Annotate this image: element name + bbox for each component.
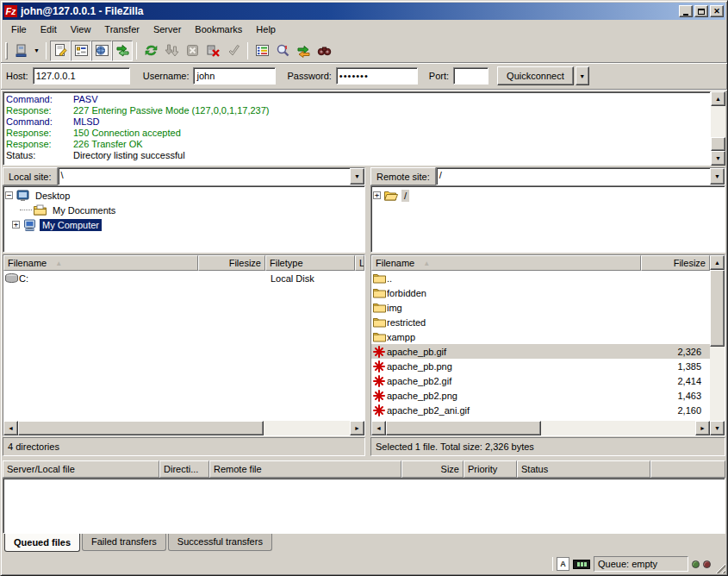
- menu-edit[interactable]: Edit: [34, 22, 64, 37]
- port-input[interactable]: [453, 67, 488, 85]
- synchronized-browsing-button[interactable]: [293, 41, 314, 61]
- refresh-button[interactable]: [140, 41, 161, 61]
- menu-bookmarks[interactable]: Bookmarks: [188, 22, 249, 37]
- tree-item-label[interactable]: My Documents: [50, 204, 118, 216]
- cancel-button[interactable]: [182, 41, 202, 61]
- scroll-right-button[interactable]: ►: [695, 421, 710, 435]
- tree-item-label-selected[interactable]: My Computer: [40, 219, 102, 231]
- reconnect-button[interactable]: [223, 41, 244, 61]
- scroll-thumb[interactable]: [18, 421, 264, 435]
- menu-help[interactable]: Help: [249, 22, 283, 37]
- remote-row-file[interactable]: apache_pb2.gif 2,414: [371, 373, 710, 388]
- local-col-filename[interactable]: Filename▲: [3, 255, 198, 271]
- remote-row-file[interactable]: apache_pb2.png 1,463: [371, 388, 710, 403]
- tab-successful-transfers[interactable]: Successful transfers: [168, 534, 272, 551]
- filter-button[interactable]: [252, 41, 272, 61]
- tree-item-label[interactable]: Desktop: [33, 190, 72, 202]
- process-queue-button[interactable]: [161, 41, 182, 61]
- remote-col-filesize[interactable]: Filesize: [641, 255, 710, 271]
- message-log-text[interactable]: Command:PASV Response:227 Entering Passi…: [3, 91, 711, 166]
- menu-view[interactable]: View: [64, 22, 98, 37]
- maximize-button[interactable]: [694, 5, 708, 17]
- minimize-button[interactable]: [679, 5, 693, 17]
- toggle-transfer-queue-button[interactable]: [112, 41, 133, 61]
- remote-site-dropdown[interactable]: ▼: [710, 168, 725, 185]
- queue-body[interactable]: [3, 478, 725, 534]
- queue-col-status[interactable]: Status: [517, 460, 650, 478]
- menu-server[interactable]: Server: [146, 22, 188, 37]
- remote-row-folder[interactable]: xampp: [371, 329, 710, 344]
- scroll-thumb[interactable]: [711, 137, 725, 151]
- queue-col-direction[interactable]: Directi...: [159, 460, 209, 478]
- remote-col-filename[interactable]: Filename▲: [371, 255, 641, 271]
- remote-row-file-selected[interactable]: apache_pb.gif 2,326: [371, 344, 710, 359]
- password-input[interactable]: [336, 67, 418, 85]
- scroll-track[interactable]: [710, 347, 725, 422]
- find-files-button[interactable]: [314, 41, 334, 61]
- remote-row-file[interactable]: apache_pb2_ani.gif 2,160: [371, 403, 710, 417]
- remote-vertical-scrollbar[interactable]: ▲ ▼: [710, 255, 725, 435]
- expand-box[interactable]: +: [373, 191, 381, 199]
- scroll-down-button[interactable]: ▼: [710, 421, 725, 435]
- remote-site-value[interactable]: /: [437, 168, 710, 185]
- scroll-track[interactable]: [264, 421, 350, 435]
- remote-row-folder[interactable]: img: [371, 300, 710, 315]
- scroll-track[interactable]: [711, 106, 725, 137]
- local-col-lastmodified[interactable]: L: [355, 255, 364, 271]
- local-row-c-drive[interactable]: C: Local Disk: [3, 271, 364, 285]
- tree-item-my-computer[interactable]: + My Computer: [5, 217, 364, 232]
- menu-file[interactable]: File: [4, 22, 34, 37]
- scroll-track[interactable]: [541, 421, 695, 435]
- remote-row-folder[interactable]: restricted: [371, 315, 710, 329]
- menu-transfer[interactable]: Transfer: [97, 22, 146, 37]
- remote-site-combo[interactable]: / ▼: [436, 167, 725, 185]
- toggle-remote-tree-button[interactable]: [91, 41, 112, 61]
- host-input[interactable]: [33, 67, 130, 85]
- toggle-local-tree-button[interactable]: [71, 41, 91, 61]
- remote-row-parent-dir[interactable]: ..: [371, 271, 710, 285]
- log-vertical-scrollbar[interactable]: ▲ ▼: [711, 91, 725, 166]
- quickconnect-button[interactable]: Quickconnect: [497, 66, 574, 85]
- remote-row-file[interactable]: apache_pb.png 1,385: [371, 359, 710, 373]
- collapse-box[interactable]: −: [5, 191, 13, 199]
- scroll-left-button[interactable]: ◄: [3, 421, 18, 435]
- tree-item-root[interactable]: + /: [373, 188, 725, 203]
- local-horizontal-scrollbar[interactable]: ◄ ►: [3, 421, 364, 435]
- site-manager-dropdown[interactable]: ▼: [31, 41, 42, 60]
- resize-grip[interactable]: [714, 562, 725, 573]
- tab-failed-transfers[interactable]: Failed transfers: [82, 534, 166, 551]
- scroll-down-button[interactable]: ▼: [711, 151, 725, 166]
- scroll-up-button[interactable]: ▲: [711, 91, 725, 106]
- scroll-thumb[interactable]: [710, 270, 725, 347]
- local-site-value[interactable]: \: [59, 168, 350, 185]
- scroll-thumb[interactable]: [386, 421, 541, 435]
- quickconnect-dropdown[interactable]: ▼: [576, 66, 589, 85]
- local-col-filetype[interactable]: Filetype: [265, 255, 355, 271]
- queue-col-server-local-file[interactable]: Server/Local file: [3, 460, 159, 478]
- local-site-combo[interactable]: \ ▼: [58, 167, 365, 185]
- toolbar-grip[interactable]: [5, 42, 8, 59]
- remote-horizontal-scrollbar[interactable]: ◄ ►: [371, 421, 710, 435]
- tree-item-desktop[interactable]: − Desktop: [5, 188, 364, 203]
- scroll-up-button[interactable]: ▲: [710, 255, 725, 270]
- tree-item-label-selected[interactable]: /: [401, 190, 409, 202]
- disconnect-button[interactable]: [202, 41, 223, 61]
- close-button[interactable]: ✕: [710, 5, 724, 17]
- remote-list-body[interactable]: .. forbidden img res: [371, 271, 710, 421]
- queue-col-remote-file[interactable]: Remote file: [209, 460, 401, 478]
- directory-comparison-button[interactable]: [272, 41, 293, 61]
- local-list-body[interactable]: C: Local Disk: [3, 271, 364, 421]
- queue-col-size[interactable]: Size: [401, 460, 464, 478]
- expand-box[interactable]: +: [12, 221, 20, 229]
- scroll-right-button[interactable]: ►: [350, 421, 364, 435]
- username-input[interactable]: [193, 67, 276, 85]
- site-manager-button[interactable]: [10, 41, 31, 61]
- local-col-filesize[interactable]: Filesize: [198, 255, 265, 271]
- local-site-dropdown[interactable]: ▼: [350, 168, 364, 185]
- toggle-message-log-button[interactable]: [50, 41, 71, 61]
- title-bar[interactable]: Fz john@127.0.0.1 - FileZilla ✕: [3, 3, 725, 20]
- scroll-left-button[interactable]: ◄: [371, 421, 386, 435]
- remote-row-folder[interactable]: forbidden: [371, 285, 710, 300]
- tab-queued-files[interactable]: Queued files: [4, 534, 80, 552]
- queue-col-priority[interactable]: Priority: [464, 460, 517, 478]
